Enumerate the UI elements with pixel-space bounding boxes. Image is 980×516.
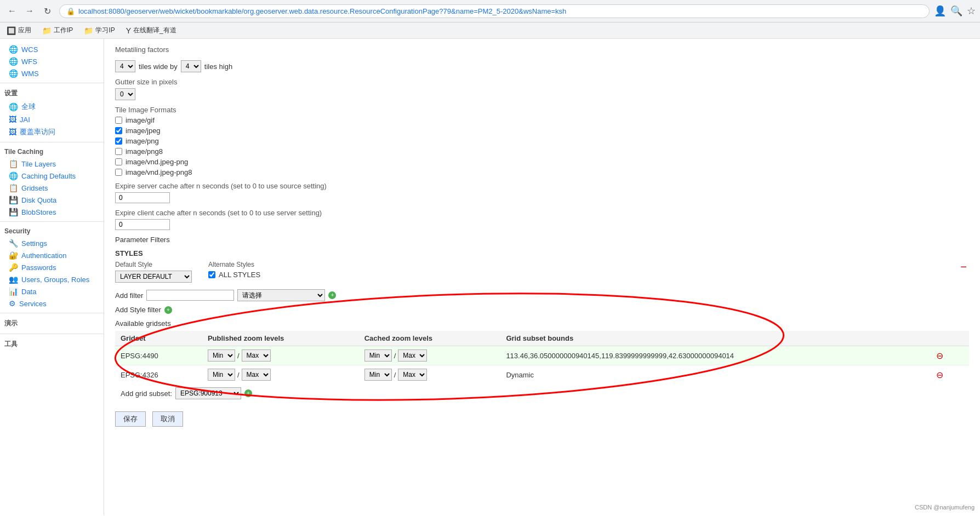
add-filter-button[interactable]: + [328, 291, 336, 299]
format-png-checkbox[interactable] [115, 137, 122, 145]
format-vnd-jpeg-png8-row: image/vnd.jpeg-png8 [115, 168, 969, 176]
default-style-select[interactable]: LAYER DEFAULT [115, 271, 192, 283]
address-bar[interactable]: 🔒 localhost:8080/geoserver/web/wicket/bo… [59, 4, 930, 18]
format-vnd-jpeg-png-row: image/vnd.jpeg-png [115, 158, 969, 166]
remove-epsg4490-button[interactable]: ⊖ [934, 351, 945, 361]
watermark: CSDN @nanjumufeng [915, 504, 975, 511]
sidebar-item-tile-layers[interactable]: 📋 Tile Layers [0, 158, 104, 170]
metatiling-label: Metatiling factors [115, 45, 169, 54]
profile-icon[interactable]: 👤 [934, 5, 946, 17]
format-png8-checkbox[interactable] [115, 148, 122, 155]
format-vnd-jpeg-png8-label: image/vnd.jpeg-png8 [126, 168, 192, 176]
pub-max-select-4326[interactable]: Max [242, 369, 271, 381]
bounds-epsg4326: Dynamic [500, 365, 928, 385]
bookmark-apps[interactable]: 🔲 应用 [4, 25, 33, 36]
sidebar-item-blobstores[interactable]: 💾 BlobStores [0, 206, 104, 218]
cached-zoom-epsg4490: Min / Max [359, 346, 501, 365]
sidebar-item-image-access[interactable]: 🖼 覆盖率访问 [0, 125, 104, 139]
metatiling-row: Metatiling factors [115, 45, 969, 56]
format-jpeg-checkbox[interactable] [115, 127, 122, 134]
cached-max-select-4326[interactable]: Max [398, 369, 427, 381]
format-vnd-jpeg-png8-checkbox[interactable] [115, 169, 122, 176]
remove-epsg4326-button[interactable]: ⊖ [934, 370, 945, 380]
sidebar-item-data[interactable]: 📊 Data [0, 285, 104, 297]
divider-1 [0, 83, 104, 83]
sidebar-global-label: 全球 [21, 102, 36, 112]
add-style-filter-button[interactable]: + [164, 306, 172, 314]
sidebar-item-passwords[interactable]: 🔑 Passwords [0, 261, 104, 273]
cancel-button[interactable]: 取消 [152, 411, 183, 427]
disk-quota-icon: 💾 [9, 196, 18, 204]
bookmark-workip[interactable]: 📁 工作IP [40, 25, 75, 36]
format-gif-checkbox[interactable] [115, 117, 122, 124]
format-vnd-jpeg-png-label: image/vnd.jpeg-png [126, 158, 188, 166]
tile-layers-icon: 📋 [9, 159, 18, 168]
cached-min-select-4490[interactable]: Min [364, 349, 392, 362]
published-zoom-epsg4490: Min / Max [202, 346, 359, 365]
col-actions [928, 331, 969, 346]
sidebar-item-wcs[interactable]: 🌐 WCS [0, 43, 104, 55]
settings-icon: 🔧 [9, 239, 18, 248]
add-grid-subset-select[interactable]: EPSG:900913 EPSG:4490 EPSG:4326 [175, 387, 241, 399]
wms-icon: 🌐 [9, 69, 18, 78]
sidebar-item-wms[interactable]: 🌐 WMS [0, 67, 104, 79]
tiles-high-select[interactable]: 4 1 2 3 [181, 60, 201, 72]
sidebar-item-caching-defaults[interactable]: 🌐 Caching Defaults [0, 170, 104, 182]
forward-button[interactable]: → [22, 3, 37, 19]
metatiling-inputs-row: 4 1 2 3 tiles wide by 4 1 2 3 tiles high [115, 60, 969, 72]
bookmark-studyip-label: 学习IP [95, 26, 115, 35]
sidebar-item-services[interactable]: ⚙ Services [0, 297, 104, 309]
pub-max-select-4490[interactable]: Max [242, 349, 271, 362]
search-icon[interactable]: 🔍 [950, 5, 962, 17]
sidebar-item-settings[interactable]: 🔧 Settings [0, 237, 104, 249]
pub-min-select-4490[interactable]: Min [208, 349, 235, 362]
cached-zoom-selects: Min / Max [364, 349, 495, 362]
filter-type-select[interactable]: 请选择 [237, 289, 325, 301]
add-grid-subset-button[interactable]: + [244, 389, 252, 397]
data-icon: 📊 [9, 287, 18, 296]
alternate-styles-label: Alternate Styles [208, 261, 260, 268]
gridset-epsg4490: EPSG:4490 [115, 346, 202, 365]
bookmark-studyip[interactable]: 📁 学习IP [82, 25, 117, 36]
gutter-select[interactable]: 0 2 4 8 [115, 88, 135, 100]
remove-style-button[interactable]: − [958, 261, 969, 273]
add-filter-label: Add filter [115, 291, 143, 300]
all-styles-checkbox[interactable] [208, 271, 215, 278]
tiles-wide-select[interactable]: 4 1 2 3 [115, 60, 135, 72]
all-styles-label: ALL STYLES [219, 271, 260, 279]
sidebar-item-gridsets[interactable]: 📋 Gridsets [0, 182, 104, 194]
expire-client-input[interactable] [115, 219, 170, 230]
reload-button[interactable]: ↻ [39, 3, 55, 19]
sidebar-jai-label: JAI [20, 116, 30, 124]
cached-max-select-4490[interactable]: Max [398, 349, 427, 362]
caching-defaults-icon: 🌐 [9, 171, 18, 180]
available-gridsets-wrapper: Available gridsets Gridset Published zoo… [115, 319, 969, 403]
sidebar-item-authentication[interactable]: 🔐 Authentication [0, 249, 104, 261]
cached-min-select-4326[interactable]: Min [364, 369, 392, 381]
sidebar-item-disk-quota[interactable]: 💾 Disk Quota [0, 194, 104, 206]
form-actions: 保存 取消 [115, 411, 969, 427]
format-png8-label: image/png8 [126, 147, 163, 156]
save-button[interactable]: 保存 [115, 411, 146, 427]
browser-chrome: ← → ↻ 🔒 localhost:8080/geoserver/web/wic… [0, 0, 980, 22]
sidebar-item-users-groups-roles[interactable]: 👥 Users, Groups, Roles [0, 273, 104, 285]
expire-server-input[interactable] [115, 192, 170, 203]
format-jpeg-label: image/jpeg [126, 127, 161, 135]
bookmark-youdao[interactable]: Y 在线翻译_有道 [124, 25, 179, 36]
back-button[interactable]: ← [4, 3, 20, 19]
add-filter-input[interactable] [146, 290, 234, 301]
pub-min-select-4326[interactable]: Min [208, 369, 235, 381]
apps-icon: 🔲 [7, 26, 16, 35]
sidebar-item-jai[interactable]: 🖼 JAI [0, 113, 104, 125]
bookmark-star-icon[interactable]: ☆ [967, 5, 976, 17]
sidebar-wms-label: WMS [21, 70, 39, 78]
blobstores-icon: 💾 [9, 208, 18, 216]
styles-columns: Default Style LAYER DEFAULT Alternate St… [115, 261, 969, 283]
format-png-label: image/png [126, 137, 159, 145]
sidebar-item-wfs[interactable]: 🌐 WFS [0, 55, 104, 67]
add-style-filter-label: Add Style filter [115, 306, 161, 314]
format-vnd-jpeg-png-checkbox[interactable] [115, 158, 122, 165]
add-style-filter-row: Add Style filter + [115, 306, 969, 314]
sidebar-item-global[interactable]: 🌐 全球 [0, 100, 104, 113]
demo-section-header: 演示 [0, 317, 104, 330]
